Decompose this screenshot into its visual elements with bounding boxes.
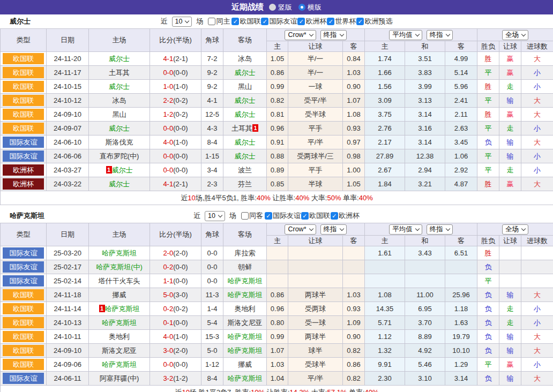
col-type: 类型 [1, 223, 47, 246]
same-away-checkbox[interactable]: 同客 [241, 211, 263, 221]
avg-stage-select[interactable]: 终指 [427, 30, 453, 40]
result-winlose-value: 负 [485, 263, 492, 271]
result-handicap-value: 走 [507, 166, 514, 174]
handicap-odds-away: 1.05 [343, 177, 365, 191]
match-row: 欧国联24-11-17土耳其0-0(0-0)9-2威尔士0.86半/一1.031… [1, 66, 553, 80]
league-checkbox[interactable]: 世界杯 [326, 17, 356, 26]
league-type-badge: 欧国联 [3, 331, 44, 342]
league-checkbox[interactable]: 欧洲预选 [356, 17, 392, 26]
team-label: 威尔士 [235, 138, 256, 146]
result-winlose-value: 胜 [485, 55, 492, 63]
league-checkbox[interactable]: 欧洲杯 [330, 211, 360, 221]
result-goals [521, 274, 553, 288]
chevron-down-icon [309, 226, 313, 230]
home-team: 威尔士 [89, 80, 150, 94]
result-goals-value: 小 [534, 69, 541, 77]
match-score: 4-0(1-0) [150, 330, 201, 344]
result-goals: 小 [521, 316, 553, 330]
odds-group-header: Crow* 终指 [267, 223, 365, 236]
team-label: 哈萨克斯坦(中) [96, 263, 143, 271]
league-checkbox-label: 欧洲预选 [364, 17, 392, 26]
filters: 近 10 场 同主 欧国联国际友谊欧洲杯世界杯欧洲预选 [161, 17, 393, 27]
handicap-odds-home: 0.89 [267, 163, 288, 177]
team-label: 奥地利 [109, 333, 130, 341]
result-group-header: 全场 [477, 29, 553, 41]
odds-source-select[interactable]: Crow* [285, 30, 316, 40]
avg-odds-home: 1.12 [365, 330, 405, 344]
league-checkbox[interactable]: 国际友谊 [264, 211, 301, 221]
half-time-score: (0-0) [173, 277, 188, 285]
avg-stage-value: 终指 [430, 225, 443, 234]
result-goals-value: 大 [534, 138, 541, 146]
match-score: 1-0(1-0) [150, 80, 201, 94]
league-type-cell: 欧国联 [1, 330, 47, 344]
league-type-cell: 国际友谊 [1, 135, 47, 149]
avg-odds-home: 2.76 [365, 122, 405, 135]
league-type-badge: 国际友谊 [3, 373, 44, 384]
handicap-odds-home: 0.99 [267, 80, 288, 94]
team-label: 哈萨克斯坦 [228, 277, 263, 285]
home-team: 阿塞拜疆(中) [89, 372, 150, 386]
league-checkbox[interactable]: 国际友谊 [260, 17, 297, 26]
result-goals: 小 [521, 66, 553, 80]
result-winlose-value: 平 [485, 360, 492, 368]
half-time-score: (0-0) [173, 166, 188, 174]
games-label: 场 [196, 17, 203, 26]
corner-score: 8-4 [201, 135, 223, 149]
full-time-score: 4-0 [163, 138, 173, 146]
team-label: 威尔士 [235, 69, 256, 77]
subcol-winlose: 胜负 [477, 236, 499, 246]
chevron-down-icon [185, 18, 189, 22]
result-handicap-value: 赢 [507, 110, 514, 118]
away-team: 挪威 [223, 358, 267, 372]
result-handicap [499, 260, 521, 274]
full-time-score: 1-2 [163, 110, 173, 118]
away-team: 斯洛文尼亚 [223, 316, 267, 330]
league-checkbox[interactable]: 欧国联 [301, 211, 330, 221]
corner-score: 0-0 [201, 246, 223, 260]
avg-odds-home: 1.32 [365, 344, 405, 358]
match-row: 国际友谊24-06-06直布罗陀(中)0-0(0-0)1-15威尔士0.88受两… [1, 149, 553, 163]
result-handicap: 输 [499, 94, 521, 108]
view-horizontal-radio[interactable]: 横版 [298, 3, 322, 12]
recent-count-select[interactable]: 10 [172, 17, 192, 27]
results-table: 类型 日期 主场 比分(半场) 角球 客场 Crow* 终指 平均值 [0, 28, 553, 205]
result-goals-value: 大 [534, 333, 541, 341]
view-vertical-radio[interactable]: 竖版 [269, 3, 292, 12]
league-checkbox[interactable]: 欧洲杯 [297, 17, 326, 26]
team-label: 塔什干火车头 [99, 277, 140, 285]
recent-count-select[interactable]: 10 [205, 211, 225, 221]
result-group-header: 全场 [477, 223, 553, 236]
result-winlose: 负 [477, 330, 499, 344]
team-name: 哈萨克斯坦 [10, 211, 44, 221]
avg-source-select[interactable]: 平均值 [389, 224, 422, 235]
avg-odds-draw: 2.94 [405, 163, 445, 177]
match-score: 0-0(0-0) [150, 358, 201, 372]
handicap-odds-away: 0.84 [343, 52, 365, 66]
handicap-odds-away: 0.82 [343, 372, 365, 386]
avg-odds-away: 1.18 [445, 302, 477, 316]
team-label: 直布罗陀(中) [100, 152, 139, 160]
recent-label: 近 [193, 211, 200, 221]
home-team: 威尔士 [89, 52, 150, 66]
avg-stage-select[interactable]: 终指 [427, 224, 453, 235]
odds-stage-value: 终指 [324, 31, 337, 40]
odds-source-select[interactable]: Crow* [285, 224, 316, 235]
odds-stage-select[interactable]: 终指 [320, 30, 347, 40]
handicap-odds-home: 0.96 [267, 302, 288, 316]
half-time-score: (0-0) [173, 360, 188, 368]
handicap-line: 球半 [288, 344, 343, 358]
league-checkbox[interactable]: 欧国联 [231, 17, 260, 26]
avg-source-select[interactable]: 平均值 [389, 30, 422, 40]
subcol-goals: 进球数 [521, 236, 553, 246]
scope-select[interactable]: 全场 [502, 30, 528, 40]
team-label: 威尔士 [109, 180, 130, 188]
team-label: 波兰 [238, 166, 252, 174]
league-type-cell: 欧国联 [1, 108, 47, 122]
same-home-checkbox[interactable]: 同主 [207, 17, 230, 26]
handicap-line: 两球半 [288, 330, 343, 344]
league-type-cell: 国际友谊 [1, 260, 47, 274]
scope-select[interactable]: 全场 [502, 224, 528, 235]
avg-odds-away: 6.51 [445, 246, 477, 260]
odds-stage-select[interactable]: 终指 [320, 224, 347, 235]
